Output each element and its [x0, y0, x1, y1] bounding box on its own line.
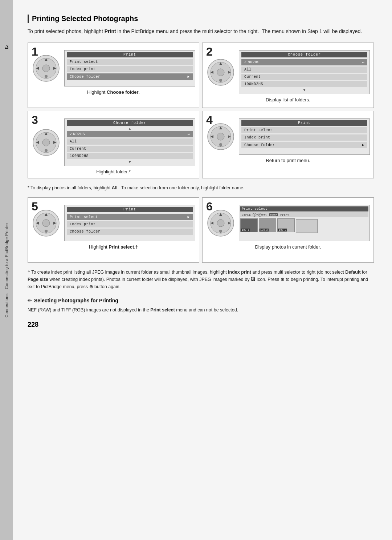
- step-3-caption: Highlight folder.*: [96, 169, 131, 174]
- steps-grid: 1 Print: [28, 43, 374, 178]
- menu-screen-5: Print Print select ▶ Index print Choose …: [64, 205, 195, 241]
- svg-point-23: [45, 149, 48, 152]
- selecting-header: ✏ Selecting Photographs for Printing: [28, 298, 374, 303]
- svg-point-47: [219, 230, 222, 233]
- selecting-body: NEF (RAW) and TIFF (RGB) images are not …: [28, 306, 374, 314]
- menu-header-5: Print: [67, 207, 193, 212]
- svg-point-2: [42, 65, 50, 72]
- photo-label-1: 100-1: [241, 229, 250, 231]
- menu-screen-6: Print select ⇌Trim ◎+⊕Set ENTER Print 10…: [239, 205, 370, 241]
- svg-point-18: [42, 139, 50, 146]
- photo-label-3: 100-3: [278, 229, 287, 231]
- steps-grid-2: 5 Print: [28, 197, 374, 263]
- step-4: 4 Print Print select: [202, 111, 374, 178]
- svg-point-42: [217, 219, 224, 227]
- menu-item-2-1: ✓ND2HS ↵: [241, 59, 367, 65]
- dial-6: [206, 209, 235, 238]
- step-4-content: Print Print select Index print Choose fo…: [206, 118, 370, 155]
- menu-screen-4: Print Print select Index print Choose fo…: [239, 118, 370, 155]
- menu-item-3-2: All: [67, 138, 193, 145]
- photo-1: 100-1: [240, 218, 258, 232]
- step-number-6: 6: [206, 201, 213, 212]
- menu-item-1-3: Choose folder ▶: [67, 73, 193, 80]
- menu-screen-3: Choose folder ▲ ✓ND2HS ↵ All Current 100…: [64, 118, 195, 166]
- main-content: Printing Selected Photographs To print s…: [13, 0, 392, 540]
- menu-item-4-1: Print select: [241, 127, 367, 133]
- step-5: 5 Print: [28, 197, 199, 263]
- step-number-5: 5: [32, 201, 38, 212]
- step-number-4: 4: [206, 114, 213, 126]
- menu-item-2-4: 100ND2HS: [241, 81, 367, 87]
- sidebar-text: Connections—Connecting to a PictBridge P…: [4, 223, 9, 318]
- step-3-content: Choose folder ▲ ✓ND2HS ↵ All Current 100…: [32, 118, 195, 166]
- step-1-caption: Highlight Choose folder.: [87, 89, 140, 95]
- menu-item-5-3: Choose folder: [67, 229, 193, 235]
- step-3: 3 Choose folder ▲: [28, 111, 199, 178]
- menu-header-2: Choose folder: [241, 52, 367, 57]
- step-2-caption: Display list of folders.: [266, 97, 310, 102]
- photo-2: 100-2: [259, 218, 276, 232]
- pencil-icon: ✏: [28, 298, 32, 303]
- menu-item-4-3: Choose folder ▶: [241, 142, 367, 148]
- step-2: 2 Choose folder: [202, 43, 374, 108]
- menu-item-5-2: Index print: [67, 221, 193, 227]
- trim-bar: ⇌Trim ◎+⊕Set ENTER Print: [240, 212, 368, 217]
- step-6-caption: Display photos in current folder.: [255, 244, 321, 250]
- page-number: 228: [28, 321, 374, 329]
- step-number-2: 2: [206, 46, 213, 57]
- step-number-3: 3: [32, 114, 38, 126]
- scroll-3-bottom: ▼: [67, 160, 193, 164]
- menu-item-1-2: Index print: [67, 66, 193, 72]
- step-number-1: 1: [32, 46, 38, 57]
- menu-header-1: Print: [67, 52, 193, 57]
- step-2-content: Choose folder ✓ND2HS ↵ All Current 100ND…: [206, 50, 370, 94]
- svg-point-7: [45, 75, 48, 78]
- intro-text: To print selected photos, highlight Prin…: [28, 27, 374, 35]
- menu-item-3-3: Current: [67, 146, 193, 152]
- menu-item-2-2: All: [241, 67, 367, 73]
- svg-point-15: [219, 79, 222, 82]
- step-1-content: Print Print select Index print Choose fo…: [32, 50, 195, 86]
- scroll-3-top: ▲: [67, 127, 193, 131]
- step-6: 6 Print select: [202, 197, 374, 263]
- photo-4: [296, 219, 318, 233]
- dial-4: [206, 122, 235, 151]
- dial-1: [32, 54, 61, 83]
- menu-item-5-1: Print select ▶: [67, 214, 193, 220]
- menu-item-2-3: Current: [241, 74, 367, 80]
- svg-point-34: [42, 219, 50, 227]
- svg-point-31: [219, 143, 222, 146]
- step-1: 1 Print: [28, 43, 199, 108]
- step-5-content: Print Print select ▶ Index print Choose …: [32, 205, 195, 241]
- photo-3: 100-3: [277, 218, 295, 232]
- menu-item-4-2: Index print: [241, 134, 367, 141]
- menu-header-4: Print: [241, 120, 367, 126]
- step-5-caption: Highlight Print select.†: [89, 244, 138, 250]
- menu-item-3-1: ✓ND2HS ↵: [67, 131, 193, 137]
- page-title: Printing Selected Photographs: [28, 15, 374, 23]
- scroll-2: ▼: [241, 88, 367, 92]
- print-select-header: Print select: [240, 206, 368, 211]
- menu-screen-2: Choose folder ✓ND2HS ↵ All Current 100ND…: [239, 50, 370, 94]
- dial-5: [32, 209, 61, 238]
- menu-header-3: Choose folder: [67, 120, 193, 126]
- photo-grid: 100-1 100-2 100-3: [240, 218, 368, 233]
- menu-screen-1: Print Print select Index print Choose fo…: [64, 50, 195, 86]
- selecting-title: Selecting Photographs for Printing: [34, 298, 118, 303]
- photo-label-2: 100-2: [260, 229, 269, 231]
- sidebar-icon: 🖨: [4, 44, 9, 49]
- menu-item-3-4: 100ND2HS: [67, 153, 193, 159]
- svg-point-10: [217, 69, 224, 76]
- note-text: * To display photos in all folders, high…: [28, 184, 374, 192]
- dial-2: [206, 58, 235, 87]
- dial-3: [32, 128, 61, 157]
- menu-item-1-1: Print select: [67, 59, 193, 65]
- bottom-note: † To create index print listing all JPEG…: [28, 269, 374, 290]
- svg-point-26: [217, 133, 224, 140]
- svg-point-39: [45, 230, 48, 233]
- sidebar: 🖨 Connections—Connecting to a PictBridge…: [0, 0, 13, 540]
- step-6-content: Print select ⇌Trim ◎+⊕Set ENTER Print 10…: [206, 205, 370, 241]
- step-4-caption: Return to print menu.: [266, 158, 310, 163]
